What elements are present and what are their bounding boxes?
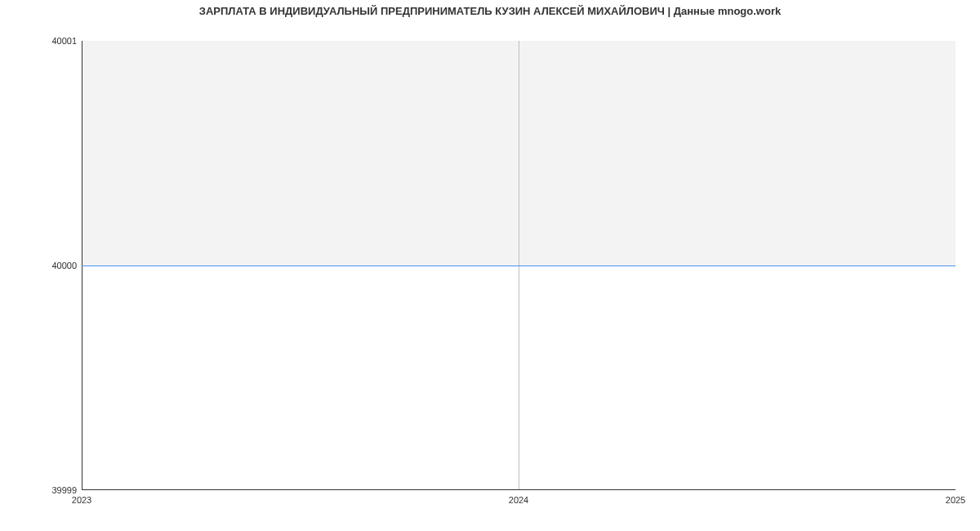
chart-container: ЗАРПЛАТА В ИНДИВИДУАЛЬНЫЙ ПРЕДПРИНИМАТЕЛ… <box>0 0 980 531</box>
y-tick-label: 40001 <box>3 36 77 46</box>
y-tick-label: 39999 <box>3 485 77 495</box>
x-tick-label: 2024 <box>509 495 528 505</box>
x-tick-label: 2025 <box>946 495 965 505</box>
x-tick-label: 2023 <box>72 495 91 505</box>
y-tick-label: 40000 <box>3 261 77 270</box>
chart-title: ЗАРПЛАТА В ИНДИВИДУАЛЬНЫЙ ПРЕДПРИНИМАТЕЛ… <box>0 5 980 17</box>
series-line-salary <box>82 266 956 266</box>
